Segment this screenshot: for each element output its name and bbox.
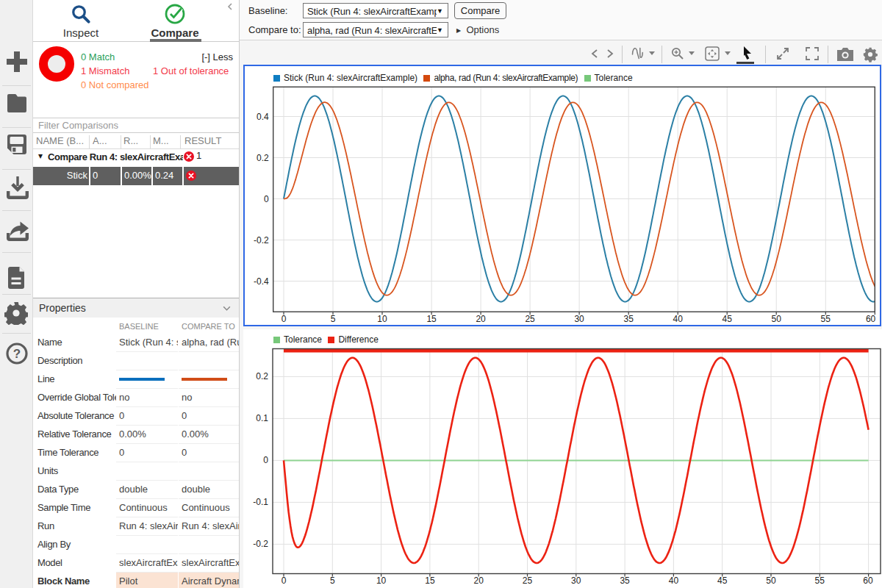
svg-text:-0.1: -0.1 — [253, 497, 268, 507]
svg-text:?: ? — [12, 347, 20, 361]
svg-text:0.2: 0.2 — [257, 153, 269, 163]
svg-text:35: 35 — [620, 576, 630, 586]
svg-text:35: 35 — [624, 314, 634, 323]
svg-text:40: 40 — [673, 314, 684, 323]
svg-text:0: 0 — [264, 194, 269, 204]
svg-text:10: 10 — [376, 576, 387, 586]
svg-text:40: 40 — [669, 576, 679, 586]
svg-text:55: 55 — [815, 576, 825, 586]
svg-text:0.2: 0.2 — [256, 371, 268, 381]
svg-text:45: 45 — [723, 314, 733, 323]
svg-text:50: 50 — [772, 314, 782, 323]
svg-text:50: 50 — [766, 576, 776, 586]
svg-text:-0.2: -0.2 — [253, 539, 268, 549]
svg-text:20: 20 — [474, 576, 484, 586]
svg-text:5: 5 — [330, 576, 335, 586]
svg-text:60: 60 — [866, 314, 876, 323]
svg-text:55: 55 — [821, 314, 831, 323]
svg-text:5: 5 — [331, 314, 336, 323]
svg-text:15: 15 — [425, 576, 435, 586]
svg-text:20: 20 — [476, 314, 486, 323]
svg-text:45: 45 — [717, 576, 728, 586]
svg-text:0.4: 0.4 — [257, 112, 269, 122]
svg-text:0: 0 — [263, 455, 268, 465]
svg-text:60: 60 — [863, 576, 873, 586]
svg-text:-0.4: -0.4 — [254, 276, 269, 287]
svg-text:25: 25 — [525, 314, 535, 323]
svg-text:30: 30 — [571, 576, 581, 586]
svg-text:10: 10 — [377, 314, 387, 323]
svg-text:-0.2: -0.2 — [254, 235, 269, 245]
svg-text:25: 25 — [523, 576, 533, 586]
svg-text:0: 0 — [282, 314, 287, 323]
svg-text:30: 30 — [574, 314, 584, 323]
svg-text:0: 0 — [282, 576, 287, 586]
svg-text:0.1: 0.1 — [256, 413, 268, 423]
svg-text:15: 15 — [426, 314, 437, 323]
